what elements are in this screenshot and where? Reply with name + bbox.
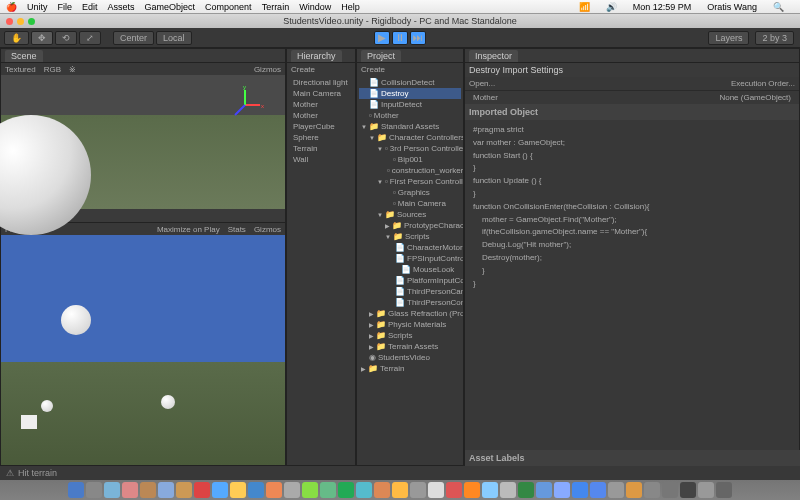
dock-app[interactable] bbox=[590, 482, 606, 498]
play-button[interactable]: ▶ bbox=[374, 31, 390, 45]
menu-help[interactable]: Help bbox=[341, 2, 360, 12]
dock-app[interactable] bbox=[536, 482, 552, 498]
minimize-button[interactable] bbox=[17, 18, 24, 25]
user-name[interactable]: Oratis Wang bbox=[707, 2, 757, 12]
dock-app[interactable] bbox=[608, 482, 624, 498]
dock-app[interactable] bbox=[392, 482, 408, 498]
spotlight-icon[interactable]: 🔍 bbox=[773, 2, 784, 12]
dock-app[interactable] bbox=[482, 482, 498, 498]
dock-app[interactable] bbox=[680, 482, 696, 498]
dock-app[interactable] bbox=[644, 482, 660, 498]
project-item[interactable]: 📄MouseLook bbox=[359, 264, 461, 275]
pivot-local[interactable]: Local bbox=[156, 31, 192, 45]
layers-dropdown[interactable]: Layers bbox=[708, 31, 749, 45]
project-item[interactable]: ▼📁Scripts bbox=[359, 231, 461, 242]
hand-tool[interactable]: ✋ bbox=[4, 31, 29, 45]
project-item[interactable]: ▫Mother bbox=[359, 110, 461, 121]
hierarchy-item[interactable]: Mother bbox=[289, 99, 353, 110]
dock-app[interactable] bbox=[176, 482, 192, 498]
hierarchy-item[interactable]: Wall bbox=[289, 154, 353, 165]
project-item[interactable]: ▼📁Character Controllers bbox=[359, 132, 461, 143]
project-item[interactable]: 📄ThirdPersonCamera bbox=[359, 286, 461, 297]
project-item[interactable]: ▼▫3rd Person Controller bbox=[359, 143, 461, 154]
project-item[interactable]: 📄FPSInputController bbox=[359, 253, 461, 264]
dock-app[interactable] bbox=[104, 482, 120, 498]
dock-app[interactable] bbox=[140, 482, 156, 498]
dock-app[interactable] bbox=[122, 482, 138, 498]
dock-app[interactable] bbox=[248, 482, 264, 498]
project-item[interactable]: ▶📁Terrain bbox=[359, 363, 461, 374]
project-item[interactable]: 📄PlatformInputController bbox=[359, 275, 461, 286]
menu-window[interactable]: Window bbox=[299, 2, 331, 12]
project-item[interactable]: 📄Destroy bbox=[359, 88, 461, 99]
menu-file[interactable]: File bbox=[58, 2, 73, 12]
project-item[interactable]: ▫Main Camera bbox=[359, 198, 461, 209]
clock[interactable]: Mon 12:59 PM bbox=[633, 2, 692, 12]
hierarchy-item[interactable]: Mother bbox=[289, 110, 353, 121]
close-button[interactable] bbox=[6, 18, 13, 25]
scale-tool[interactable]: ⤢ bbox=[79, 31, 101, 45]
game-gizmos[interactable]: Gizmos bbox=[254, 225, 281, 234]
step-button[interactable]: ⏭ bbox=[410, 31, 426, 45]
dock-app[interactable] bbox=[374, 482, 390, 498]
menu-component[interactable]: Component bbox=[205, 2, 252, 12]
move-tool[interactable]: ✥ bbox=[31, 31, 53, 45]
hierarchy-tab[interactable]: Hierarchy bbox=[291, 50, 342, 62]
dock-app[interactable] bbox=[716, 482, 732, 498]
scene-textured[interactable]: Textured bbox=[5, 65, 36, 74]
dock-app[interactable] bbox=[320, 482, 336, 498]
menu-gameobject[interactable]: GameObject bbox=[145, 2, 196, 12]
dock-app[interactable] bbox=[284, 482, 300, 498]
hierarchy-item[interactable]: Main Camera bbox=[289, 88, 353, 99]
dock-app[interactable] bbox=[464, 482, 480, 498]
dock-app[interactable] bbox=[518, 482, 534, 498]
game-maximize[interactable]: Maximize on Play bbox=[157, 225, 220, 234]
console-icon[interactable]: ⚠ bbox=[6, 468, 14, 478]
dock-app[interactable] bbox=[266, 482, 282, 498]
property-value[interactable]: None (GameObject) bbox=[719, 93, 791, 102]
project-item[interactable]: ▫Graphics bbox=[359, 187, 461, 198]
wifi-icon[interactable]: 📶 bbox=[579, 2, 590, 12]
project-item[interactable]: ◉StudentsVideo bbox=[359, 352, 461, 363]
dock-app[interactable] bbox=[572, 482, 588, 498]
dock-app[interactable] bbox=[68, 482, 84, 498]
inspector-open[interactable]: Open... bbox=[469, 79, 495, 88]
project-item[interactable]: ▫construction_worker bbox=[359, 165, 461, 176]
project-item[interactable]: ▶📁Scripts bbox=[359, 330, 461, 341]
dock-app[interactable] bbox=[698, 482, 714, 498]
scene-viewport[interactable]: xy bbox=[1, 75, 285, 209]
dock-app[interactable] bbox=[428, 482, 444, 498]
hierarchy-item[interactable]: PlayerCube bbox=[289, 121, 353, 132]
dock-app[interactable] bbox=[446, 482, 462, 498]
dock-app[interactable] bbox=[230, 482, 246, 498]
dock-app[interactable] bbox=[356, 482, 372, 498]
dock-app[interactable] bbox=[410, 482, 426, 498]
layout-dropdown[interactable]: 2 by 3 bbox=[755, 31, 794, 45]
dock-app[interactable] bbox=[626, 482, 642, 498]
scene-2d-icon[interactable]: ※ bbox=[69, 65, 76, 74]
dock-app[interactable] bbox=[158, 482, 174, 498]
hierarchy-item[interactable]: Sphere bbox=[289, 132, 353, 143]
hierarchy-create[interactable]: Create bbox=[291, 65, 315, 74]
project-item[interactable]: ▼📁Sources bbox=[359, 209, 461, 220]
project-item[interactable]: ▫Bip001 bbox=[359, 154, 461, 165]
project-item[interactable]: ▼📁Standard Assets bbox=[359, 121, 461, 132]
project-item[interactable]: ▶📁Physic Materials bbox=[359, 319, 461, 330]
project-item[interactable]: ▼▫First Person Controller bbox=[359, 176, 461, 187]
project-item[interactable]: 📄ThirdPersonController bbox=[359, 297, 461, 308]
dock-app[interactable] bbox=[212, 482, 228, 498]
apple-icon[interactable]: 🍎 bbox=[6, 2, 17, 12]
menu-edit[interactable]: Edit bbox=[82, 2, 98, 12]
dock-app[interactable] bbox=[338, 482, 354, 498]
dock-app[interactable] bbox=[500, 482, 516, 498]
app-name[interactable]: Unity bbox=[27, 2, 48, 12]
project-item[interactable]: ▶📁Glass Refraction (Pro Only) bbox=[359, 308, 461, 319]
project-item[interactable]: 📄CharacterMotor bbox=[359, 242, 461, 253]
project-create[interactable]: Create bbox=[361, 65, 385, 74]
pause-button[interactable]: ⏸ bbox=[392, 31, 408, 45]
game-viewport[interactable] bbox=[1, 235, 285, 465]
scene-gizmos[interactable]: Gizmos bbox=[254, 65, 281, 74]
project-tab[interactable]: Project bbox=[361, 50, 401, 62]
inspector-exec-order[interactable]: Execution Order... bbox=[731, 79, 795, 88]
scene-tab[interactable]: Scene bbox=[5, 50, 43, 62]
